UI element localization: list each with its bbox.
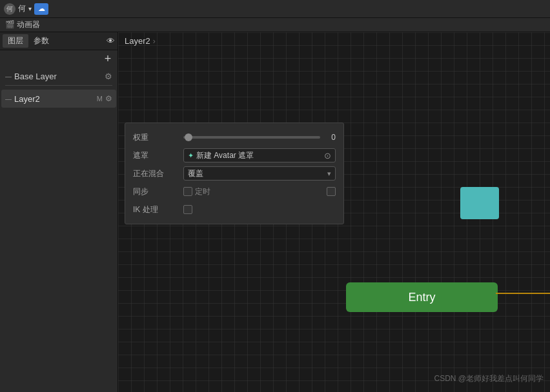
layer2-collapse-icon: — (5, 95, 12, 103)
canvas-area: Layer2 › 权重 0 遮罩 ✦ 新建 Avatar 遮罩 (118, 32, 550, 392)
entry-node[interactable]: Entry (346, 282, 498, 312)
animator-bar: 🎬 动画器 (0, 18, 550, 32)
main-layout: 图层 参数 👁 + — Base Layer ⚙ — Layer2 M ⚙ (0, 32, 550, 392)
layer2-label: Layer2 (14, 94, 97, 104)
watermark: CSDN @老师好我差点叫何同学 (434, 373, 544, 384)
weight-slider-thumb[interactable] (185, 133, 192, 141)
avatar-mask-icon: ✦ (188, 152, 194, 160)
weight-label: 权重 (133, 132, 178, 143)
mask-field[interactable]: ✦ 新建 Avatar 遮罩 ⊙ (183, 148, 336, 162)
animator-label: 🎬 动画器 (5, 19, 40, 30)
mask-text: 新建 Avatar 遮罩 (196, 150, 321, 161)
base-layer-divider (5, 85, 112, 86)
sidebar-tabs: 图层 参数 👁 (0, 32, 117, 50)
base-layer-gear-icon[interactable]: ⚙ (105, 72, 112, 81)
layer2-gear-icon[interactable]: ⚙ (105, 94, 112, 103)
blend-arrow-icon: ▾ (327, 170, 331, 178)
breadcrumb-separator: › (153, 37, 156, 46)
sync-control: 定时 (183, 186, 336, 197)
properties-popup: 权重 0 遮罩 ✦ 新建 Avatar 遮罩 ⊙ 正在混合 (125, 122, 344, 224)
user-avatar: 何 (4, 3, 15, 15)
sync-checkbox[interactable] (183, 187, 192, 196)
transition-arrow (493, 277, 550, 309)
layer2-item[interactable]: — Layer2 M ⚙ (1, 90, 116, 108)
mask-label: 遮罩 (133, 150, 178, 161)
breadcrumb-layer2[interactable]: Layer2 (125, 36, 150, 46)
sync-label: 同步 (133, 186, 178, 197)
ik-checkbox[interactable] (183, 205, 192, 214)
weight-control: 0 (183, 133, 336, 142)
mask-action-icon[interactable]: ⊙ (324, 151, 331, 161)
user-dropdown[interactable]: ▾ (28, 5, 32, 12)
cloud-button[interactable]: ☁ (34, 3, 48, 15)
weight-value: 0 (323, 133, 336, 142)
sync-timing-label: 定时 (195, 186, 210, 197)
blend-select[interactable]: 覆盖 ▾ (183, 166, 336, 181)
breadcrumb: Layer2 › (125, 36, 156, 46)
ik-row: IK 处理 (133, 201, 336, 219)
base-layer-label: Base Layer (14, 72, 105, 81)
weight-row: 权重 0 (133, 128, 336, 146)
blend-row: 正在混合 覆盖 ▾ (133, 164, 336, 182)
weight-slider[interactable] (183, 136, 320, 139)
mask-row: 遮罩 ✦ 新建 Avatar 遮罩 ⊙ (133, 146, 336, 164)
blend-label: 正在混合 (133, 168, 178, 179)
entry-label: Entry (408, 291, 435, 304)
sidebar-add-area: + (0, 50, 117, 67)
ik-control (183, 205, 336, 214)
base-layer-header: — Base Layer ⚙ (3, 67, 115, 85)
ik-label: IK 处理 (133, 204, 178, 215)
add-layer-button[interactable]: + (102, 53, 114, 64)
user-name: 何 (18, 3, 26, 14)
tab-params[interactable]: 参数 (28, 34, 54, 48)
blend-value: 覆盖 (188, 168, 203, 179)
top-bar: 何 何 ▾ ☁ (0, 0, 550, 18)
teal-node[interactable] (460, 187, 499, 219)
eye-icon[interactable]: 👁 (107, 36, 115, 46)
base-layer-group: — Base Layer ⚙ (0, 67, 117, 88)
base-layer-collapse-icon[interactable]: — (5, 73, 12, 80)
layer2-m-badge: M (97, 95, 103, 103)
watermark-text: CSDN @老师好我差点叫何同学 (434, 374, 544, 383)
tab-layers[interactable]: 图层 (3, 34, 28, 48)
sync-extra-checkbox[interactable] (327, 187, 336, 196)
sidebar: 图层 参数 👁 + — Base Layer ⚙ — Layer2 M ⚙ (0, 32, 118, 392)
sync-row: 同步 定时 (133, 182, 336, 201)
